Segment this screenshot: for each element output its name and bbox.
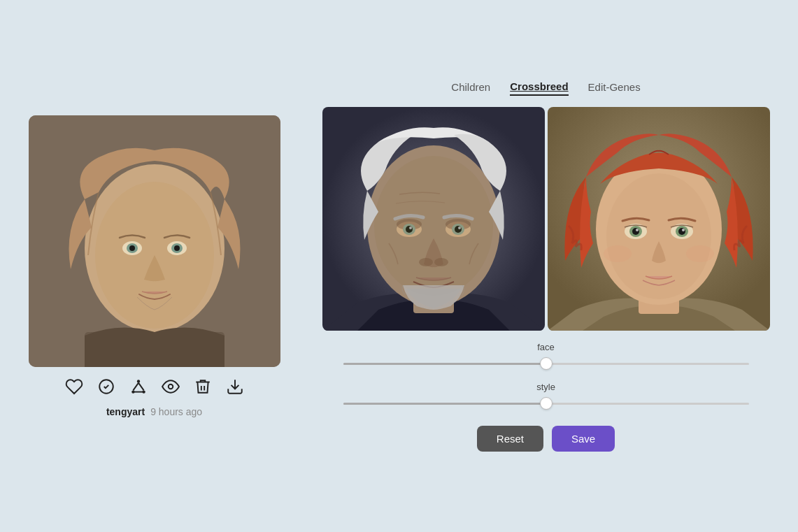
tab-crossbreed[interactable]: Crossbreed xyxy=(510,80,568,96)
svg-point-46 xyxy=(682,229,685,231)
svg-point-48 xyxy=(686,245,714,262)
svg-point-43 xyxy=(632,228,639,235)
eye-icon[interactable] xyxy=(161,377,180,396)
redhead-face-image xyxy=(548,107,770,331)
elderly-face-image xyxy=(322,107,545,331)
face-slider-thumb[interactable] xyxy=(540,357,553,370)
svg-point-47 xyxy=(604,245,632,262)
tab-children[interactable]: Children xyxy=(451,81,490,95)
reset-button[interactable]: Reset xyxy=(477,426,543,452)
svg-point-31 xyxy=(409,227,412,229)
svg-point-29 xyxy=(406,226,413,233)
svg-point-33 xyxy=(419,258,433,266)
right-panel: Children Crossbreed Edit-Genes xyxy=(322,80,770,452)
svg-point-38 xyxy=(606,173,711,299)
save-button[interactable]: Save xyxy=(552,426,615,452)
style-slider-label: style xyxy=(343,382,749,392)
svg-point-45 xyxy=(636,229,639,231)
face-slider-label: face xyxy=(343,342,749,352)
trash-icon[interactable] xyxy=(193,377,213,396)
tab-edit-genes[interactable]: Edit-Genes xyxy=(588,81,641,95)
username: tengyart xyxy=(106,406,145,417)
branch-icon[interactable] xyxy=(129,377,148,396)
download-icon[interactable] xyxy=(225,377,245,396)
svg-point-7 xyxy=(129,245,135,251)
face-slider-fill xyxy=(343,363,546,365)
portrait-image xyxy=(29,115,280,367)
svg-point-30 xyxy=(455,226,462,233)
check-circle-icon[interactable] xyxy=(97,377,116,396)
svg-line-15 xyxy=(138,382,144,390)
svg-point-11 xyxy=(136,380,139,382)
heart-icon[interactable] xyxy=(64,377,84,396)
user-info: tengyart 9 hours ago xyxy=(106,406,202,417)
svg-point-44 xyxy=(678,228,685,235)
timestamp: 9 hours ago xyxy=(150,406,202,417)
sliders-section: face style xyxy=(343,342,749,412)
left-panel: tengyart 9 hours ago xyxy=(29,115,280,417)
style-slider-container xyxy=(343,395,749,412)
svg-point-17 xyxy=(168,384,173,389)
svg-point-22 xyxy=(374,156,493,296)
svg-line-14 xyxy=(133,382,138,390)
tabs-bar: Children Crossbreed Edit-Genes xyxy=(451,80,640,96)
style-slider-thumb[interactable] xyxy=(540,397,553,410)
style-slider-fill xyxy=(343,403,546,405)
svg-point-8 xyxy=(174,245,180,251)
svg-point-32 xyxy=(458,227,461,229)
style-slider-row: style xyxy=(343,382,749,412)
buttons-row: Reset Save xyxy=(477,426,615,452)
action-bar xyxy=(64,377,245,396)
svg-point-34 xyxy=(434,258,448,266)
main-container: tengyart 9 hours ago Children Crossbreed… xyxy=(0,80,798,452)
face-slider-row: face xyxy=(343,342,749,372)
face-slider-container xyxy=(343,355,749,372)
images-row xyxy=(322,107,770,331)
